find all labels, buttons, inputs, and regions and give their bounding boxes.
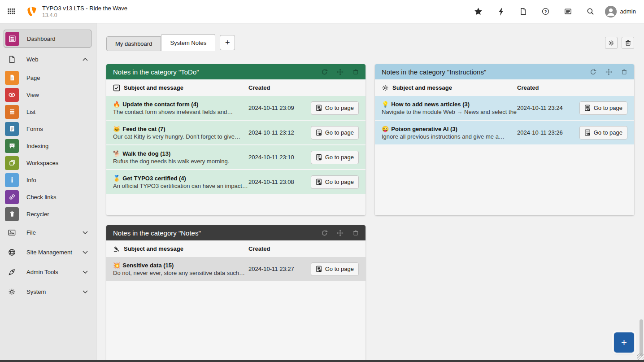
go-to-page-icon <box>316 105 322 111</box>
go-to-page-icon <box>316 266 322 272</box>
check-links-icon <box>5 190 19 204</box>
go-to-page-button[interactable]: Go to page <box>579 126 627 140</box>
column-subject: Subject and message <box>392 84 452 91</box>
sidebar-section-web[interactable]: Web <box>0 49 96 69</box>
widget-refresh-icon[interactable] <box>321 69 328 75</box>
widget-refresh-icon[interactable] <box>321 230 328 236</box>
window-bottom-edge <box>0 360 644 362</box>
help-icon[interactable]: ? <box>538 3 554 21</box>
widget-title: Notes in the category "Notes" <box>113 229 201 237</box>
system-gear-icon <box>5 285 19 299</box>
opened-documents-icon[interactable] <box>515 3 531 21</box>
go-to-page-button[interactable]: Go to page <box>311 101 359 115</box>
add-widget-button[interactable]: + <box>614 332 634 353</box>
sidebar-item-indexing[interactable]: Indexing <box>0 137 96 154</box>
system-information-icon[interactable] <box>560 3 576 21</box>
sidebar-item-label: Recycler <box>26 211 49 218</box>
widget-delete-icon[interactable] <box>352 230 359 236</box>
dashboard-content: My dashboard System Notes + Notes in the… <box>97 23 644 362</box>
note-emoji: 🥇 <box>113 175 120 182</box>
sidebar-item-label: List <box>26 109 35 115</box>
note-created: 2024-10-11 23:08 <box>248 179 311 185</box>
widget-delete-icon[interactable] <box>352 69 359 75</box>
svg-text:?: ? <box>544 9 547 14</box>
sidebar-section-file[interactable]: File <box>0 222 96 242</box>
widget-move-icon[interactable] <box>337 69 344 75</box>
dashboard-actions <box>605 37 634 49</box>
go-to-page-button[interactable]: Go to page <box>311 126 359 140</box>
tab-my-dashboard[interactable]: My dashboard <box>106 36 161 51</box>
bookmarks-star-icon[interactable] <box>470 3 487 21</box>
sidebar-item-page[interactable]: Page <box>0 69 96 86</box>
widget-move-icon[interactable] <box>605 69 612 75</box>
note-title: Walk the dog (13) <box>122 150 170 157</box>
sidebar-section-site-management[interactable]: Site Management <box>0 242 96 262</box>
chevron-down-icon <box>83 231 88 234</box>
note-emoji: 💡 <box>382 101 389 108</box>
sidebar-item-check-links[interactable]: Check links <box>0 188 96 205</box>
modules-grid-icon[interactable] <box>0 0 22 23</box>
typo3-version: 13.4.0 <box>42 12 127 18</box>
column-created: Created <box>517 84 580 91</box>
sidebar-item-label: Check links <box>26 194 56 201</box>
column-subject: Subject and message <box>124 245 183 252</box>
add-dashboard-tab-button[interactable]: + <box>220 35 235 50</box>
go-to-page-icon <box>316 179 322 185</box>
note-created: 2024-10-11 23:09 <box>248 105 311 111</box>
widget-title: Notes in the category "ToDo" <box>113 68 199 76</box>
note-message: The contact form shows irrelevant fields… <box>113 108 248 116</box>
note-emoji: 🐱 <box>113 126 120 132</box>
table-header: Subject and message Created <box>375 79 634 96</box>
note-emoji: 🐕 <box>113 150 120 157</box>
note-message: An official TYPO3 certification can have… <box>113 182 248 190</box>
go-to-page-icon <box>584 105 591 111</box>
user-menu[interactable]: admin <box>605 6 636 17</box>
resize-grip[interactable] <box>637 353 644 360</box>
go-to-page-button[interactable]: Go to page <box>579 101 627 115</box>
go-to-page-button[interactable]: Go to page <box>311 175 359 189</box>
widget-delete-icon[interactable] <box>621 69 627 75</box>
indexing-icon <box>5 139 19 153</box>
note-row: 💡How to add news articles (3) Navigate t… <box>375 96 634 120</box>
list-icon <box>5 105 19 119</box>
sidebar-item-dashboard[interactable]: Dashboard <box>4 30 91 48</box>
note-title: Feed the cat (7) <box>122 126 165 132</box>
scrollbar-thumb[interactable] <box>640 319 643 356</box>
tab-system-notes[interactable]: System Notes <box>161 34 215 51</box>
go-to-page-button[interactable]: Go to page <box>311 151 359 164</box>
admin-tools-rocket-icon <box>5 265 19 279</box>
topbar-toolbar: ? admin <box>470 3 644 21</box>
dashboard-settings-button[interactable] <box>605 37 618 49</box>
sidebar-item-info[interactable]: Info <box>0 171 96 188</box>
chevron-down-icon <box>83 251 88 254</box>
sidebar-item-label: Dashboard <box>27 35 56 42</box>
note-title: Sensitive data (15) <box>122 262 174 269</box>
dashboard-icon <box>5 32 19 46</box>
sidebar-item-forms[interactable]: Forms <box>0 120 96 137</box>
gear-icon <box>382 84 389 92</box>
sidebar-item-workspaces[interactable]: Workspaces <box>0 154 96 171</box>
widget-refresh-icon[interactable] <box>590 69 596 75</box>
chevron-down-icon <box>83 290 88 293</box>
go-to-page-button[interactable]: Go to page <box>311 262 359 276</box>
note-emoji: 😜 <box>382 126 389 132</box>
search-icon[interactable] <box>583 3 599 21</box>
sidebar-item-list[interactable]: List <box>0 103 96 120</box>
sidebar-item-label: Info <box>26 177 36 183</box>
column-created: Created <box>248 245 311 252</box>
note-row: 🐕Walk the dog (13) Rufus the dog needs h… <box>106 145 366 169</box>
sidebar-item-label: Forms <box>26 126 43 132</box>
sidebar-item-view[interactable]: View <box>0 86 96 103</box>
checkbox-icon <box>113 84 120 92</box>
sidebar-item-label: Site Management <box>26 249 72 256</box>
sidebar-item-label: View <box>26 92 39 98</box>
web-section-icon <box>5 52 19 66</box>
sidebar-item-recycler[interactable]: Recycler <box>0 205 96 222</box>
widget-move-icon[interactable] <box>337 230 344 236</box>
sidebar-section-system[interactable]: System <box>0 282 96 301</box>
delete-dashboard-button[interactable] <box>622 37 634 49</box>
note-row: 🥇Get TYPO3 certified (4) An official TYP… <box>106 170 366 194</box>
clear-cache-bolt-icon[interactable] <box>493 3 509 21</box>
chevron-up-icon <box>83 58 88 61</box>
sidebar-section-admin-tools[interactable]: Admin Tools <box>0 262 96 282</box>
